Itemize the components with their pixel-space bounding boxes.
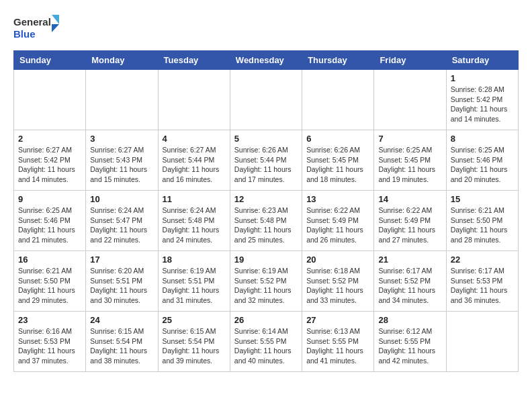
- day-number: 18: [163, 255, 226, 265]
- cell-info: Sunrise: 6:18 AM: [306, 266, 369, 276]
- calendar-cell: 20Sunrise: 6:18 AMSunset: 5:52 PMDayligh…: [302, 251, 374, 312]
- cell-info: Sunrise: 6:26 AM: [306, 145, 369, 155]
- cell-info: Sunrise: 6:14 AM: [234, 326, 298, 336]
- day-header-tuesday: Tuesday: [158, 51, 230, 70]
- calendar-cell: 2Sunrise: 6:27 AMSunset: 5:42 PMDaylight…: [14, 130, 86, 191]
- svg-text:General: General: [13, 16, 51, 28]
- calendar-cell: 19Sunrise: 6:19 AMSunset: 5:52 PMDayligh…: [230, 251, 302, 312]
- cell-info: Sunset: 5:51 PM: [163, 276, 226, 286]
- calendar-cell: 22Sunrise: 6:17 AMSunset: 5:53 PMDayligh…: [446, 251, 518, 312]
- page-header: General Blue: [13, 13, 519, 44]
- week-row-2: 2Sunrise: 6:27 AMSunset: 5:42 PMDaylight…: [14, 130, 519, 191]
- day-number: 2: [18, 134, 81, 144]
- cell-info: Daylight: 11 hours and 17 minutes.: [234, 165, 298, 184]
- week-row-5: 23Sunrise: 6:16 AMSunset: 5:53 PMDayligh…: [14, 312, 519, 372]
- calendar-cell: [86, 70, 158, 130]
- cell-info: Sunrise: 6:16 AM: [18, 326, 81, 336]
- calendar-cell: 4Sunrise: 6:27 AMSunset: 5:44 PMDaylight…: [158, 130, 230, 191]
- cell-info: Sunrise: 6:17 AM: [378, 266, 441, 276]
- cell-info: Sunset: 5:54 PM: [163, 336, 226, 347]
- calendar-cell: [302, 70, 374, 130]
- cell-info: Sunrise: 6:25 AM: [451, 145, 514, 155]
- day-number: 6: [306, 134, 369, 144]
- cell-info: Daylight: 11 hours and 25 minutes.: [234, 225, 298, 244]
- week-row-1: 1Sunrise: 6:28 AMSunset: 5:42 PMDaylight…: [14, 70, 519, 130]
- cell-info: Daylight: 11 hours and 29 minutes.: [18, 285, 81, 305]
- cell-info: Sunset: 5:48 PM: [163, 216, 226, 226]
- calendar-cell: 13Sunrise: 6:22 AMSunset: 5:49 PMDayligh…: [302, 191, 374, 251]
- cell-info: Sunrise: 6:21 AM: [18, 266, 81, 276]
- cell-info: Sunrise: 6:20 AM: [90, 266, 153, 276]
- cell-info: Sunset: 5:50 PM: [451, 216, 514, 226]
- cell-info: Sunrise: 6:24 AM: [163, 205, 226, 216]
- cell-info: Sunset: 5:53 PM: [451, 276, 514, 286]
- calendar-cell: 10Sunrise: 6:24 AMSunset: 5:47 PMDayligh…: [86, 191, 158, 251]
- cell-info: Sunrise: 6:19 AM: [163, 266, 226, 276]
- day-header-wednesday: Wednesday: [230, 51, 302, 70]
- calendar-cell: 8Sunrise: 6:25 AMSunset: 5:46 PMDaylight…: [446, 130, 518, 191]
- cell-info: Sunset: 5:55 PM: [306, 336, 369, 347]
- day-number: 8: [451, 134, 514, 144]
- day-number: 9: [18, 194, 81, 204]
- cell-info: Sunset: 5:44 PM: [234, 155, 298, 165]
- cell-info: Sunrise: 6:23 AM: [234, 205, 298, 216]
- day-number: 11: [163, 194, 226, 204]
- calendar-cell: 5Sunrise: 6:26 AMSunset: 5:44 PMDaylight…: [230, 130, 302, 191]
- day-header-saturday: Saturday: [446, 51, 518, 70]
- calendar-cell: [446, 312, 518, 372]
- cell-info: Daylight: 11 hours and 14 minutes.: [18, 165, 81, 184]
- day-number: 12: [234, 194, 298, 204]
- cell-info: Sunrise: 6:27 AM: [90, 145, 153, 155]
- calendar-cell: 11Sunrise: 6:24 AMSunset: 5:48 PMDayligh…: [158, 191, 230, 251]
- calendar-cell: 21Sunrise: 6:17 AMSunset: 5:52 PMDayligh…: [374, 251, 446, 312]
- cell-info: Sunset: 5:48 PM: [234, 216, 298, 226]
- cell-info: Sunrise: 6:21 AM: [451, 205, 514, 216]
- cell-info: Sunset: 5:46 PM: [451, 155, 514, 165]
- day-number: 19: [234, 255, 298, 265]
- calendar-cell: 9Sunrise: 6:25 AMSunset: 5:46 PMDaylight…: [14, 191, 86, 251]
- calendar-header-row: SundayMondayTuesdayWednesdayThursdayFrid…: [14, 51, 519, 70]
- cell-info: Daylight: 11 hours and 24 minutes.: [163, 225, 226, 244]
- calendar-cell: 18Sunrise: 6:19 AMSunset: 5:51 PMDayligh…: [158, 251, 230, 312]
- cell-info: Sunset: 5:52 PM: [306, 276, 369, 286]
- cell-info: Sunset: 5:49 PM: [378, 216, 441, 226]
- cell-info: Sunrise: 6:27 AM: [18, 145, 81, 155]
- day-number: 7: [378, 134, 441, 144]
- cell-info: Sunset: 5:50 PM: [18, 276, 81, 286]
- cell-info: Sunset: 5:45 PM: [306, 155, 369, 165]
- cell-info: Sunrise: 6:22 AM: [378, 205, 441, 216]
- calendar-cell: 24Sunrise: 6:15 AMSunset: 5:54 PMDayligh…: [86, 312, 158, 372]
- cell-info: Sunset: 5:42 PM: [18, 155, 81, 165]
- week-row-4: 16Sunrise: 6:21 AMSunset: 5:50 PMDayligh…: [14, 251, 519, 312]
- cell-info: Sunset: 5:53 PM: [18, 336, 81, 347]
- cell-info: Daylight: 11 hours and 21 minutes.: [18, 225, 81, 244]
- cell-info: Daylight: 11 hours and 41 minutes.: [306, 346, 369, 365]
- cell-info: Sunset: 5:45 PM: [378, 155, 441, 165]
- calendar-cell: 12Sunrise: 6:23 AMSunset: 5:48 PMDayligh…: [230, 191, 302, 251]
- cell-info: Sunset: 5:54 PM: [90, 336, 153, 347]
- day-number: 21: [378, 255, 441, 265]
- cell-info: Sunrise: 6:15 AM: [90, 326, 153, 336]
- cell-info: Sunrise: 6:15 AM: [163, 326, 226, 336]
- cell-info: Daylight: 11 hours and 31 minutes.: [163, 285, 226, 305]
- calendar-table: SundayMondayTuesdayWednesdayThursdayFrid…: [13, 50, 519, 372]
- day-number: 3: [90, 134, 153, 144]
- day-number: 24: [90, 315, 153, 325]
- day-number: 5: [234, 134, 298, 144]
- day-number: 17: [90, 255, 153, 265]
- day-number: 16: [18, 255, 81, 265]
- cell-info: Daylight: 11 hours and 40 minutes.: [234, 346, 298, 365]
- calendar-cell: 1Sunrise: 6:28 AMSunset: 5:42 PMDaylight…: [446, 70, 518, 130]
- calendar-cell: 23Sunrise: 6:16 AMSunset: 5:53 PMDayligh…: [14, 312, 86, 372]
- week-row-3: 9Sunrise: 6:25 AMSunset: 5:46 PMDaylight…: [14, 191, 519, 251]
- cell-info: Daylight: 11 hours and 37 minutes.: [18, 346, 81, 365]
- cell-info: Daylight: 11 hours and 26 minutes.: [306, 225, 369, 244]
- cell-info: Daylight: 11 hours and 18 minutes.: [306, 165, 369, 184]
- cell-info: Daylight: 11 hours and 19 minutes.: [378, 165, 441, 184]
- cell-info: Sunset: 5:46 PM: [18, 216, 81, 226]
- cell-info: Daylight: 11 hours and 14 minutes.: [451, 104, 514, 124]
- cell-info: Daylight: 11 hours and 16 minutes.: [163, 165, 226, 184]
- cell-info: Sunrise: 6:28 AM: [451, 85, 514, 95]
- calendar-cell: [158, 70, 230, 130]
- calendar-cell: 3Sunrise: 6:27 AMSunset: 5:43 PMDaylight…: [86, 130, 158, 191]
